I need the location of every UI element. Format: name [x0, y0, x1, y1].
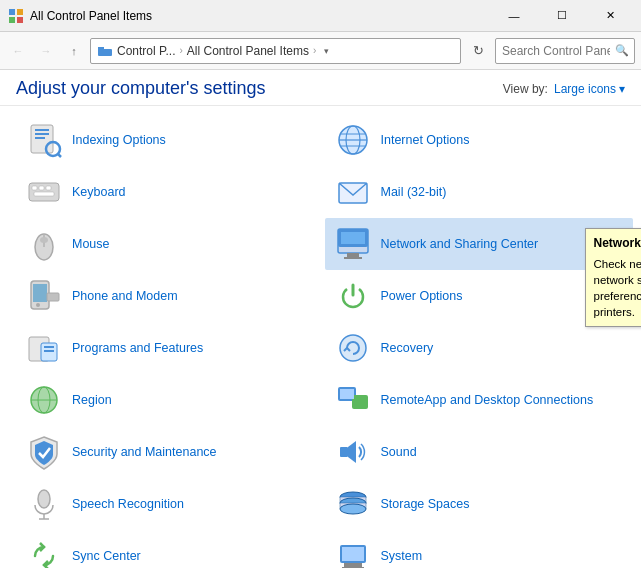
svg-rect-57 — [342, 547, 364, 561]
view-by-control: View by: Large icons ▾ — [503, 82, 625, 96]
items-grid: Indexing OptionsInternet OptionsKeyboard… — [16, 114, 633, 568]
item-sync-center[interactable]: Sync Center — [16, 530, 325, 568]
sound-label: Sound — [381, 444, 417, 460]
svg-rect-30 — [344, 257, 362, 259]
network-sharing-icon — [333, 224, 373, 264]
item-security-maintenance[interactable]: Security and Maintenance — [16, 426, 325, 478]
main-header: Adjust your computer's settings View by:… — [0, 70, 641, 106]
svg-rect-0 — [9, 9, 15, 15]
item-sound[interactable]: Sound — [325, 426, 634, 478]
content-area: Indexing OptionsInternet OptionsKeyboard… — [0, 106, 641, 568]
back-button[interactable]: ← — [6, 39, 30, 63]
indexing-options-label: Indexing Options — [72, 132, 166, 148]
titlebar-controls: — ☐ ✕ — [491, 0, 633, 32]
sync-center-icon — [24, 536, 64, 568]
svg-rect-9 — [35, 137, 45, 139]
breadcrumb-part1: Control P... — [117, 44, 175, 58]
system-icon — [333, 536, 373, 568]
recovery-label: Recovery — [381, 340, 434, 356]
viewby-arrow-icon: ▾ — [619, 82, 625, 96]
breadcrumb-folder-icon — [97, 43, 113, 59]
keyboard-label: Keyboard — [72, 184, 126, 200]
indexing-options-icon — [24, 120, 64, 160]
speech-recognition-label: Speech Recognition — [72, 496, 184, 512]
item-speech-recognition[interactable]: Speech Recognition — [16, 478, 325, 530]
item-network-sharing[interactable]: Network and Sharing CenterNetwork and Sh… — [325, 218, 634, 270]
breadcrumb-sep2: › — [313, 45, 316, 56]
recovery-icon — [333, 328, 373, 368]
viewby-value-link[interactable]: Large icons ▾ — [554, 82, 625, 96]
svg-point-25 — [40, 237, 48, 243]
svg-rect-7 — [35, 129, 49, 131]
svg-line-11 — [58, 154, 61, 157]
svg-rect-58 — [344, 563, 362, 567]
svg-rect-38 — [44, 350, 54, 352]
item-internet-options[interactable]: Internet Options — [325, 114, 634, 166]
remoteapp-icon — [333, 380, 373, 420]
mail-32bit-icon — [333, 172, 373, 212]
item-system[interactable]: System — [325, 530, 634, 568]
maximize-button[interactable]: ☐ — [539, 0, 585, 32]
item-mouse[interactable]: Mouse — [16, 218, 325, 270]
item-programs-features[interactable]: Programs and Features — [16, 322, 325, 374]
network-sharing-label: Network and Sharing Center — [381, 236, 539, 252]
item-phone-modem[interactable]: Phone and Modem — [16, 270, 325, 322]
svg-rect-45 — [340, 389, 354, 399]
item-recovery[interactable]: Recovery — [325, 322, 634, 374]
svg-rect-8 — [35, 133, 49, 135]
search-input[interactable] — [495, 38, 635, 64]
programs-features-icon — [24, 328, 64, 368]
svg-point-33 — [36, 303, 40, 307]
svg-rect-37 — [44, 346, 54, 348]
region-icon — [24, 380, 64, 420]
tooltip-description: Check network status, change network set… — [594, 256, 642, 320]
item-storage-spaces[interactable]: Storage Spaces — [325, 478, 634, 530]
item-remoteapp[interactable]: RemoteApp and Desktop Connections — [325, 374, 634, 426]
refresh-button[interactable]: ↻ — [465, 38, 491, 64]
phone-modem-icon — [24, 276, 64, 316]
storage-spaces-icon — [333, 484, 373, 524]
item-region[interactable]: Region — [16, 374, 325, 426]
internet-options-icon — [333, 120, 373, 160]
tooltip-title: Network and Sharing Center — [594, 235, 642, 252]
items-scroll[interactable]: Indexing OptionsInternet OptionsKeyboard… — [0, 106, 641, 568]
svg-rect-29 — [347, 253, 359, 257]
item-indexing-options[interactable]: Indexing Options — [16, 114, 325, 166]
security-maintenance-label: Security and Maintenance — [72, 444, 217, 460]
security-maintenance-icon — [24, 432, 64, 472]
sync-center-label: Sync Center — [72, 548, 141, 564]
system-label: System — [381, 548, 423, 564]
svg-rect-19 — [39, 186, 44, 190]
address-breadcrumb[interactable]: Control P... › All Control Panel Items ›… — [90, 38, 461, 64]
breadcrumb-dropdown[interactable]: ▾ — [324, 46, 329, 56]
item-mail-32bit[interactable]: Mail (32-bit) — [325, 166, 634, 218]
region-label: Region — [72, 392, 112, 408]
phone-modem-label: Phone and Modem — [72, 288, 178, 304]
titlebar-title: All Control Panel Items — [30, 9, 491, 23]
internet-options-label: Internet Options — [381, 132, 470, 148]
remoteapp-label: RemoteApp and Desktop Connections — [381, 392, 594, 408]
page-title: Adjust your computer's settings — [16, 78, 266, 99]
addressbar: ← → ↑ Control P... › All Control Panel I… — [0, 32, 641, 70]
up-button[interactable]: ↑ — [62, 39, 86, 63]
minimize-button[interactable]: — — [491, 0, 537, 32]
svg-rect-44 — [352, 395, 368, 409]
item-keyboard[interactable]: Keyboard — [16, 166, 325, 218]
close-button[interactable]: ✕ — [587, 0, 633, 32]
svg-rect-21 — [34, 192, 54, 196]
keyboard-icon — [24, 172, 64, 212]
svg-rect-28 — [341, 232, 365, 244]
mouse-label: Mouse — [72, 236, 110, 252]
viewby-label: View by: — [503, 82, 548, 96]
svg-rect-34 — [47, 293, 59, 301]
svg-rect-5 — [98, 49, 112, 56]
breadcrumb-sep1: › — [179, 45, 182, 56]
svg-rect-1 — [17, 9, 23, 15]
svg-rect-20 — [46, 186, 51, 190]
speech-recognition-icon — [24, 484, 64, 524]
programs-features-label: Programs and Features — [72, 340, 203, 356]
svg-rect-2 — [9, 17, 15, 23]
titlebar: All Control Panel Items — ☐ ✕ — [0, 0, 641, 32]
forward-button[interactable]: → — [34, 39, 58, 63]
breadcrumb-part2: All Control Panel Items — [187, 44, 309, 58]
